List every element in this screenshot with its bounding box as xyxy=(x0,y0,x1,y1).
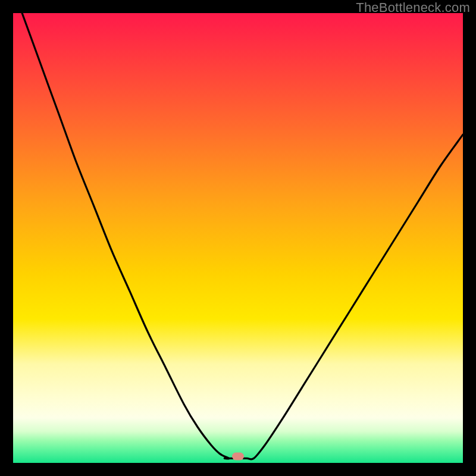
bottleneck-curve xyxy=(22,13,463,459)
chart-container: TheBottleneck.com xyxy=(0,0,476,476)
watermark-text: TheBottleneck.com xyxy=(356,0,470,15)
curve-svg xyxy=(13,13,463,463)
optimal-point-marker xyxy=(232,453,244,461)
plot-area xyxy=(13,13,463,463)
